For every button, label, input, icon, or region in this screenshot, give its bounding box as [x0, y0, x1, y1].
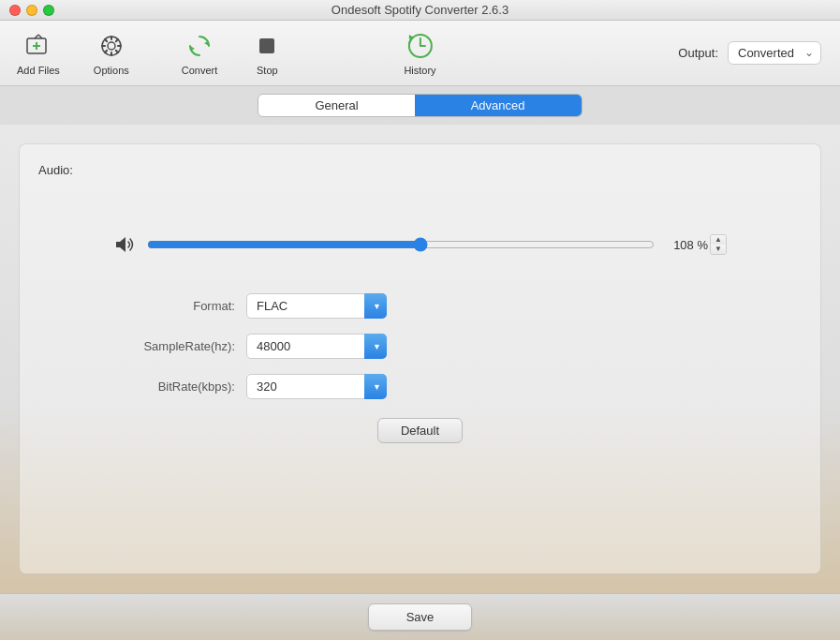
sample-rate-row: SampleRate(hz): 48000 22050 32000 44100 … [38, 334, 802, 359]
stop-icon [252, 31, 282, 61]
main-content: Audio: 108 % ▲ ▼ Fo [0, 125, 840, 593]
add-files-button[interactable]: Add Files [9, 25, 67, 82]
svg-marker-20 [116, 237, 125, 252]
svg-point-6 [108, 42, 115, 50]
sample-rate-select[interactable]: 48000 22050 32000 44100 96000 [246, 334, 387, 359]
output-select-wrapper: Converted [728, 41, 821, 65]
default-button[interactable]: Default [377, 418, 463, 443]
stop-label: Stop [257, 65, 278, 76]
close-button[interactable] [9, 5, 21, 16]
volume-value-container: 108 % ▲ ▼ [666, 234, 727, 255]
window-title: Ondesoft Spotify Converter 2.6.3 [332, 3, 508, 17]
save-button[interactable]: Save [368, 603, 473, 631]
svg-line-13 [116, 39, 118, 41]
history-label: History [404, 65, 435, 76]
svg-line-14 [105, 50, 107, 52]
minimize-button[interactable] [26, 5, 37, 16]
output-select[interactable]: Converted [728, 41, 821, 65]
svg-rect-17 [259, 38, 274, 53]
sample-rate-select-wrapper: 48000 22050 32000 44100 96000 [246, 334, 387, 359]
volume-stepper: ▲ ▼ [710, 234, 727, 255]
format-select[interactable]: FLAC MP3 AAC WAV OGG AIFF [246, 293, 387, 319]
maximize-button[interactable] [43, 5, 54, 16]
svg-line-12 [116, 50, 118, 52]
convert-button[interactable]: Convert [174, 25, 226, 82]
volume-slider-container [147, 235, 655, 254]
volume-slider[interactable] [147, 237, 655, 252]
svg-line-11 [105, 39, 107, 41]
history-button[interactable]: History [396, 25, 443, 82]
tab-bar: General Advanced [0, 86, 840, 125]
svg-marker-15 [204, 41, 209, 46]
volume-stepper-up[interactable]: ▲ [711, 235, 726, 245]
add-files-icon [23, 31, 53, 61]
bit-rate-row: BitRate(kbps): 320 128 192 256 [38, 374, 802, 399]
toolbar: Add Files Options [0, 21, 840, 86]
options-label: Options [94, 65, 129, 76]
sample-rate-label: SampleRate(hz): [113, 339, 235, 353]
title-bar: Ondesoft Spotify Converter 2.6.3 [0, 0, 840, 21]
volume-stepper-down[interactable]: ▼ [711, 245, 726, 254]
traffic-lights [9, 5, 54, 16]
toolbar-middle-group: Convert Stop [174, 25, 291, 82]
tab-advanced[interactable]: Advanced [415, 95, 582, 116]
volume-value: 108 % [666, 238, 708, 252]
bit-rate-select[interactable]: 320 128 192 256 [246, 374, 387, 399]
options-icon [96, 31, 126, 61]
format-select-wrapper: FLAC MP3 AAC WAV OGG AIFF [246, 293, 387, 319]
svg-marker-16 [190, 46, 195, 51]
audio-label: Audio: [38, 163, 802, 177]
bit-rate-label: BitRate(kbps): [113, 380, 235, 394]
content-panel: Audio: 108 % ▲ ▼ Fo [19, 143, 821, 574]
tab-container: General Advanced [258, 94, 582, 117]
format-row: Format: FLAC MP3 AAC WAV OGG AIFF [38, 293, 802, 319]
history-icon [405, 31, 435, 61]
options-button[interactable]: Options [86, 25, 137, 82]
toolbar-left-group: Add Files Options [9, 25, 137, 82]
convert-icon [184, 31, 214, 61]
add-files-label: Add Files [17, 65, 60, 76]
output-label: Output: [678, 46, 718, 60]
volume-icon [113, 233, 136, 256]
stop-button[interactable]: Stop [243, 25, 290, 82]
bottom-bar: Save [0, 593, 840, 640]
bit-rate-select-wrapper: 320 128 192 256 [246, 374, 387, 399]
output-section: Output: Converted [678, 41, 821, 65]
default-btn-row: Default [38, 418, 802, 443]
tab-general[interactable]: General [258, 95, 414, 116]
convert-label: Convert [182, 65, 218, 76]
format-label: Format: [113, 299, 235, 313]
volume-row: 108 % ▲ ▼ [38, 233, 802, 256]
